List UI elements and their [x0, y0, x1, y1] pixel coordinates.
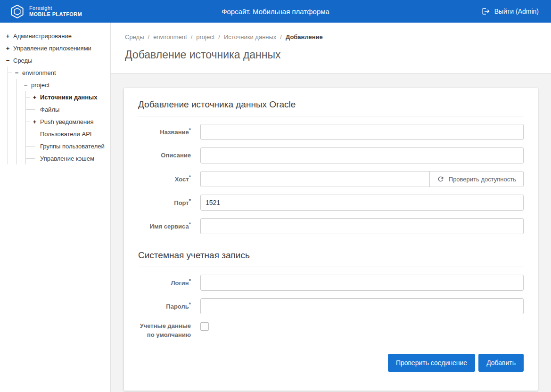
sidebar-item-label: project: [31, 82, 49, 89]
tree-connector: [26, 122, 30, 122]
breadcrumb-separator: /: [191, 33, 193, 41]
port-label: Порт*: [138, 197, 191, 208]
sidebar-item-label: Среды: [13, 57, 33, 64]
breadcrumb-item-project[interactable]: project: [196, 33, 214, 41]
required-marker: *: [189, 127, 191, 133]
main-area: Среды / environment / project / Источник…: [111, 23, 551, 392]
collapse-icon[interactable]: −: [6, 57, 10, 64]
expand-icon[interactable]: +: [6, 33, 10, 39]
sidebar-item-label: Push уведомления: [40, 118, 94, 125]
required-marker: *: [189, 302, 191, 307]
tree-connector: [26, 109, 35, 110]
app-window: Foresight MOBILE PLATFORM Форсайт. Мобил…: [0, 0, 551, 392]
breadcrumb-separator: /: [148, 33, 150, 41]
main-body: Добавление источника данных Oracle Назва…: [111, 74, 551, 392]
app-logo: Foresight MOBILE PLATFORM: [9, 4, 82, 19]
sidebar-item-label: Пользователи API: [40, 131, 91, 138]
name-label: Название*: [138, 127, 191, 137]
logo-brand: Foresight: [29, 5, 82, 11]
collapse-icon[interactable]: −: [24, 82, 28, 88]
description-input[interactable]: [200, 147, 524, 163]
sidebar-item-label: Управление приложениями: [13, 45, 91, 52]
check-availability-label: Проверить доступность: [449, 176, 516, 183]
logo-text: Foresight MOBILE PLATFORM: [29, 5, 82, 17]
sidebar-item-cache-management[interactable]: Управление кэшем: [26, 152, 107, 164]
check-availability-button[interactable]: Проверить доступность: [429, 171, 524, 187]
tree-connector: [26, 146, 35, 147]
logout-icon: [482, 7, 490, 16]
form-row-service-name: Имя сервиса*: [138, 218, 524, 234]
required-marker: *: [189, 278, 191, 284]
logout-label: Выйти (Admin): [494, 8, 539, 15]
login-input[interactable]: [200, 275, 524, 291]
port-input[interactable]: [200, 195, 524, 211]
sidebar-item-label: environment: [22, 69, 56, 76]
tree-connector: [26, 158, 35, 159]
form-row-host: Хост* Проверить доступность: [138, 171, 524, 187]
sidebar-item-environment[interactable]: − environment: [8, 66, 107, 79]
header-bar: Foresight MOBILE PLATFORM Форсайт. Мобил…: [0, 0, 551, 23]
add-button[interactable]: Добавить: [478, 354, 524, 372]
form-row-port: Порт*: [138, 195, 524, 211]
sidebar-item-push-notifications[interactable]: + Push уведомления: [26, 115, 107, 128]
sidebar-item-api-users[interactable]: Пользователи API: [26, 128, 107, 140]
default-credentials-label: Учетные данные по умолчанию: [138, 322, 191, 340]
sidebar-item-project[interactable]: − project: [17, 79, 107, 91]
breadcrumb-item-data-sources[interactable]: Источники данных: [224, 33, 276, 41]
sidebar-item-label: Администрирование: [13, 33, 72, 40]
sidebar-item-environments[interactable]: − Среды: [6, 54, 107, 66]
refresh-icon: [437, 175, 444, 183]
sidebar-item-label: Группы пользователей: [40, 143, 105, 150]
tree-connector: [26, 97, 30, 98]
sidebar-item-administration[interactable]: + Администрирование: [6, 30, 107, 42]
breadcrumb-separator: /: [218, 33, 220, 41]
sidebar-item-data-sources[interactable]: + Источники данных: [26, 91, 107, 103]
required-marker: *: [189, 221, 191, 227]
name-input[interactable]: [200, 124, 524, 140]
description-label: Описание: [138, 151, 191, 160]
host-input[interactable]: [200, 171, 430, 187]
expand-icon[interactable]: +: [33, 119, 37, 125]
password-label: Пароль*: [138, 301, 191, 311]
breadcrumb-separator: /: [280, 33, 282, 41]
sidebar-item-label: Источники данных: [40, 94, 97, 101]
tree-connector: [17, 85, 21, 85]
page-title: Добавление источника данных: [125, 49, 537, 73]
expand-icon[interactable]: +: [6, 45, 10, 51]
sidebar-item-label: Управление кэшем: [40, 155, 94, 162]
form-row-default-credentials: Учетные данные по умолчанию: [138, 322, 524, 340]
default-credentials-checkbox[interactable]: [200, 322, 209, 331]
expand-icon[interactable]: +: [33, 94, 37, 100]
collapse-icon[interactable]: −: [15, 70, 19, 76]
form-row-description: Описание: [138, 147, 524, 163]
tree-connector: [8, 73, 12, 73]
section-title-account: Системная учетная запись: [138, 250, 524, 267]
test-connection-button[interactable]: Проверить соединение: [388, 354, 475, 372]
form-actions: Проверить соединение Добавить: [138, 354, 524, 372]
sidebar-item-user-groups[interactable]: Группы пользователей: [26, 140, 107, 152]
breadcrumb: Среды / environment / project / Источник…: [125, 33, 537, 41]
page-header: Среды / environment / project / Источник…: [111, 23, 551, 74]
login-label: Логин*: [138, 278, 191, 288]
service-name-label: Имя сервиса*: [138, 221, 191, 231]
app-title: Форсайт. Мобильная платформа: [222, 8, 329, 16]
host-label: Хост*: [138, 174, 191, 184]
sidebar: + Администрирование + Управление приложе…: [0, 23, 111, 392]
form-row-name: Название*: [138, 124, 524, 140]
sidebar-item-files[interactable]: Файлы: [26, 103, 107, 115]
sidebar-item-app-management[interactable]: + Управление приложениями: [6, 42, 107, 54]
sidebar-item-label: Файлы: [40, 106, 59, 113]
logo-product: MOBILE PLATFORM: [29, 11, 82, 17]
required-marker: *: [189, 198, 191, 204]
breadcrumb-item-environment[interactable]: environment: [153, 33, 187, 41]
form-card: Добавление источника данных Oracle Назва…: [124, 88, 538, 391]
breadcrumb-item-current: Добавление: [286, 33, 323, 41]
logo-icon: [9, 4, 25, 19]
breadcrumb-item-environments[interactable]: Среды: [125, 33, 144, 41]
form-row-password: Пароль*: [138, 298, 524, 314]
section-title-oracle: Добавление источника данных Oracle: [138, 99, 524, 116]
tree-connector: [26, 134, 35, 134]
logout-button[interactable]: Выйти (Admin): [479, 7, 542, 16]
password-input[interactable]: [200, 298, 524, 314]
service-name-input[interactable]: [200, 218, 524, 234]
